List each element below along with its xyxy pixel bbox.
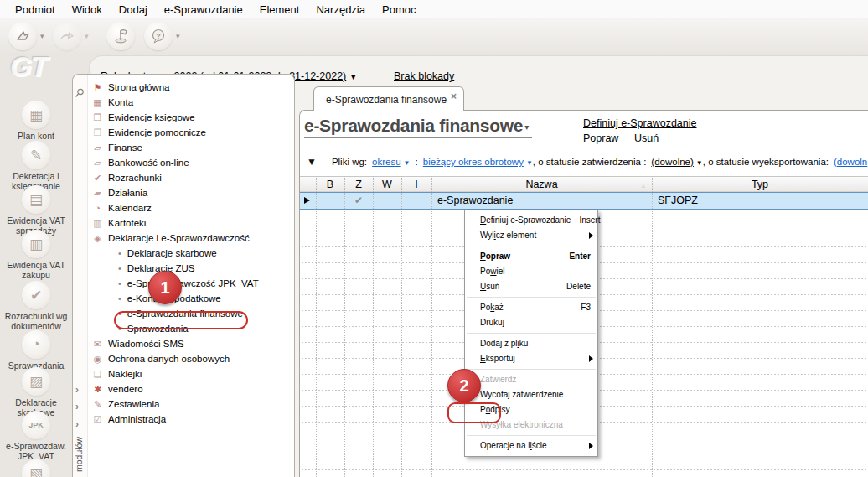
tree-item-ewidencje-pomocnicze[interactable]: ❐Ewidencje pomocnicze [88,125,206,140]
step-2-badge: 2 [447,369,481,402]
menu-pomoc[interactable]: Pomoc [374,2,424,18]
context-menu-item-popraw[interactable]: PoprawEnter [465,249,597,264]
menu-dodaj[interactable]: Dodaj [111,2,156,18]
tree-item-bankowość-on-line[interactable]: ▱Bankowość on-line [88,155,189,170]
tree-item-zestawienia[interactable]: ✎Zestawienia [88,397,159,412]
help-dropdown-caret[interactable]: ▾ [176,32,180,40]
bullet-icon: • [118,261,121,276]
tree-item-deklaracje-zus[interactable]: •Deklaracje ZUS [88,261,194,276]
sidebar-item-dekretacja-i-księgowanie[interactable]: ✎Dekretacja i księgowanie [0,141,72,191]
context-menu-item-wylicz-element[interactable]: Wylicz element [465,228,597,243]
banking-icon: ▱ [91,155,104,170]
tree-item-ewidencje-księgowe[interactable]: ❐Ewidencje księgowe [88,110,195,125]
labels-icon: ❏ [91,366,104,381]
send-dropdown-caret[interactable]: ▾ [40,32,44,40]
tree-item-finanse[interactable]: ▱Finanse [88,140,142,155]
context-menu-item-operacje-na-liście[interactable]: Operacje na liście [465,438,597,454]
svg-text:?: ? [156,32,161,40]
column-header-w[interactable]: W [373,177,401,192]
sidebar-item-sprawozdania[interactable]: ◔Sprawozdania [0,330,72,371]
sprawozdania-icon: ◔ [22,330,50,359]
table-row[interactable]: ✔ e-Sprawozdanie SFJOPZ [300,192,868,210]
usun-link[interactable]: Usuń [634,132,659,144]
column-gridline [401,176,402,477]
tree-item-ochrona-danych-osobowych[interactable]: ◉Ochrona danych osobowych [88,351,230,366]
context-menu-item-wycofaj-zatwierdzenie[interactable]: Wycofaj zatwierdzenie [465,387,597,402]
menu-item-label: Wycofaj zatwierdzenie [480,387,563,402]
filter-period-field-link[interactable]: okresu▼ [372,157,410,167]
menu-separator [467,297,596,298]
context-menu-item-pokaż[interactable]: PokażF3 [465,300,597,315]
column-header-typ[interactable]: Typ [652,177,868,192]
modules-tree-panel: › › › modułów ⚑Strona główna▦Konta❐Ewide… [72,74,295,477]
sidebar-item-rozrachunki-wg-dokumentów[interactable]: ✔Rozrachunki wg dokumentów [0,281,72,331]
plan-kont-icon: ▦ [22,101,50,129]
modules-panel-vertical-label: modułów [74,437,84,472]
filter-icon[interactable]: ▼ [307,156,317,168]
tree-item-deklaracje-skarbowe[interactable]: •Deklaracje skarbowe [88,246,217,261]
context-menu-item-powiel[interactable]: Powiel [465,264,597,279]
menu-podmiot[interactable]: Podmiot [7,2,64,18]
menu-narzędzia[interactable]: Narzędzia [307,2,374,18]
context-menu-item-usuń[interactable]: UsuńDelete [465,279,597,294]
reports-list-icon: ✎ [91,397,104,412]
tree-item-działania[interactable]: ▰Działania [88,185,147,200]
tree-item-label: Deklaracje skarbowe [127,246,217,261]
tree-item-label: Naklejki [108,366,142,381]
tree-item-naklejki[interactable]: ❏Naklejki [88,366,142,381]
flag-button[interactable] [106,22,135,50]
tab-e-sprawozdania-finansowe[interactable]: e-Sprawozdania finansowe × [313,86,464,111]
vendero-icon: ✱ [91,381,104,397]
tree-item-administracja[interactable]: ☑Administracja [88,412,166,427]
tree-item-kalendarz[interactable]: ◔Kalendarz [88,200,152,215]
forward-dropdown-caret[interactable]: ▾ [85,32,89,40]
page-title[interactable]: e-Sprawozdania finansowe▾ [304,116,532,138]
forward-button[interactable] [53,22,81,50]
column-header-nazwa[interactable]: Nazwa▵ [431,177,652,192]
sidebar-item-e-sprawozdaw-jpk_vat[interactable]: JPKe-Sprawozdaw. JPK_VAT [0,411,72,461]
tree-item-rozrachunki[interactable]: ✔Rozrachunki [88,170,162,185]
menu-bar: PodmiotWidokDodaje-SprawozdanieElementNa… [0,0,868,18]
menu-widok[interactable]: Widok [64,2,111,18]
finance-icon: ▱ [91,140,104,155]
jpk-icon: JPK [22,411,50,439]
context-menu-item-drukuj[interactable]: Drukuj [465,315,597,330]
column-gridline [344,176,345,477]
tree-item-vendero[interactable]: ✱vendero [88,381,143,397]
sidebar-item-plan-kont[interactable]: ▦Plan kont [0,101,72,141]
lock-status-link[interactable]: Brak blokady [394,70,454,82]
tree-item-konta[interactable]: ▦Konta [88,95,133,110]
filter-approval-value-link[interactable]: (dowolne)▼ [651,157,702,167]
context-menu-item-dodaj-z-pliku[interactable]: Dodaj z pliku [465,336,597,351]
chevron-right-icon[interactable]: › [75,386,79,394]
menu-item-label: Popraw [480,249,510,264]
tree-item-kartoteki[interactable]: ▥Kartoteki [88,215,146,231]
column-header-z[interactable]: Z [344,177,373,192]
context-menu-item-definiuj-e-sprawozdanie[interactable]: Definiuj e-SprawozdanieInsert [465,213,597,228]
filter-period-value-link[interactable]: bieżący okres obrotowy▼ [423,157,533,167]
send-button[interactable] [8,22,37,50]
tree-item-strona-główna[interactable]: ⚑Strona główna [88,80,170,95]
menu-e-sprawozdanie[interactable]: e-Sprawozdanie [156,2,251,18]
sidebar-item-ewidencja-vat-sprzedaży[interactable]: ▤Ewidencja VAT sprzedaży [0,185,72,236]
sidebar-item-partial-bottom[interactable]: ▧ [0,459,72,477]
tree-item-deklaracje-i-e-sprawozdawczość[interactable]: ◈Deklaracje i e-Sprawozdawczość [88,231,250,246]
menu-item-label: Zatwierdź [480,372,516,387]
tree-item-wiadomości-sms[interactable]: ✉Wiadomości SMS [88,336,184,351]
definiuj-e-sprawozdanie-link[interactable]: Definiuj e-Sprawozdanie [583,117,697,129]
column-header-i[interactable]: I [401,177,431,192]
filter-export-value-link[interactable]: (dowoln [834,157,867,167]
popraw-link[interactable]: Popraw [583,132,618,144]
column-header-b[interactable]: B [316,177,344,192]
pin-icon[interactable] [75,86,85,101]
close-icon[interactable]: × [451,91,457,102]
chevron-right-icon[interactable]: › [75,420,79,428]
chevron-right-icon[interactable]: › [75,402,79,411]
cell-z: ✔ [344,193,373,209]
context-menu-item-eksportuj[interactable]: Eksportuj [465,351,597,366]
menu-element[interactable]: Element [251,2,308,18]
tab-label: e-Sprawozdania finansowe [326,94,447,106]
help-button[interactable]: ? [144,22,173,50]
sidebar-item-deklaracje-skarbowe[interactable]: ▨Deklaracje skarbowe [0,367,72,417]
sidebar-item-ewidencja-vat-zakupu[interactable]: ▥Ewidencja VAT zakupu [0,230,72,280]
